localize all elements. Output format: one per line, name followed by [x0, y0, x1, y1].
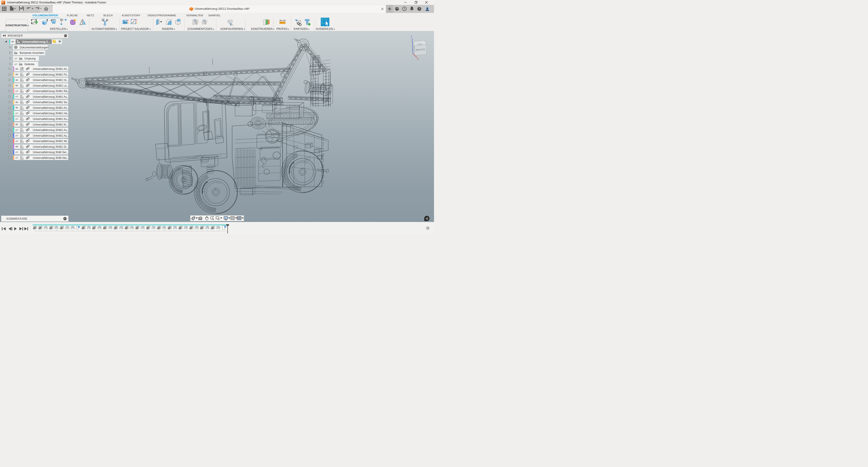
- svg-text:OBEN: OBEN: [417, 43, 422, 45]
- svg-text:?: ?: [418, 7, 420, 10]
- svg-text:X: X: [417, 58, 419, 60]
- svg-text:Z: Z: [410, 35, 412, 38]
